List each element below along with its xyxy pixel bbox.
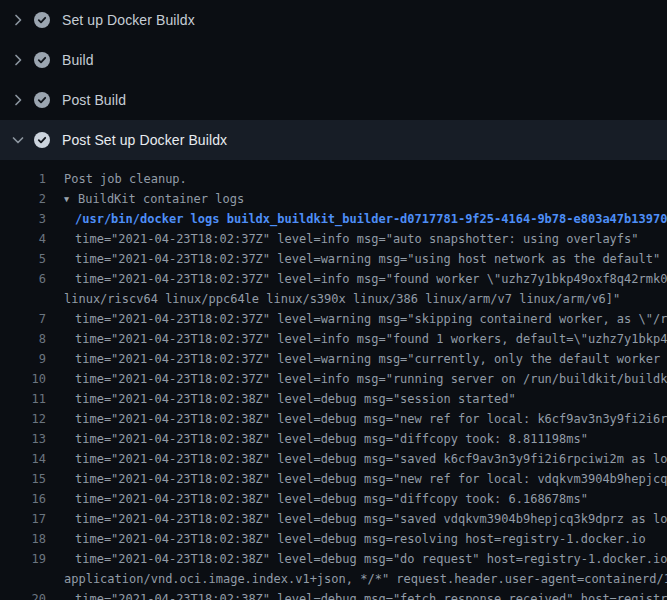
log-line-number[interactable]: 3 — [0, 209, 46, 229]
log-line-number[interactable]: 6 — [0, 269, 46, 289]
log-line-text: /usr/bin/docker logs buildx_buildkit_bui… — [75, 209, 667, 229]
collapse-triangle-icon: ▼ — [64, 189, 78, 209]
log-line-text: time="2021-04-23T18:02:38Z" level=debug … — [75, 489, 588, 509]
log-line: 4 time="2021-04-23T18:02:37Z" level=info… — [0, 229, 667, 249]
log-line-text: linux/riscv64 linux/ppc64le linux/s390x … — [64, 289, 620, 309]
step-title: Post Set up Docker Buildx — [62, 132, 227, 148]
step-title: Post Build — [62, 92, 126, 108]
log-line: 15 time="2021-04-23T18:02:38Z" level=deb… — [0, 469, 667, 489]
log-line-text: time="2021-04-23T18:02:37Z" level=warnin… — [75, 309, 667, 329]
log-line-number[interactable]: 8 — [0, 329, 46, 349]
log-line: 6 time="2021-04-23T18:02:37Z" level=info… — [0, 269, 667, 289]
log-line-number[interactable]: 18 — [0, 529, 46, 549]
log-line-number[interactable] — [0, 569, 46, 589]
log-line-text[interactable]: ▼BuildKit container logs — [64, 189, 244, 209]
log-line: 7 time="2021-04-23T18:02:37Z" level=warn… — [0, 309, 667, 329]
log-line: 12 time="2021-04-23T18:02:38Z" level=deb… — [0, 409, 667, 429]
steps-list: Set up Docker Buildx Build Post Build — [0, 0, 667, 120]
log-text-content: time="2021-04-23T18:02:37Z" level=warnin… — [75, 252, 660, 266]
step-title: Set up Docker Buildx — [62, 12, 195, 28]
step-row[interactable]: Post Build — [0, 80, 667, 120]
log-line: 14 time="2021-04-23T18:02:38Z" level=deb… — [0, 449, 667, 469]
log-text-content: time="2021-04-23T18:02:38Z" level=debug … — [75, 532, 646, 546]
step-row[interactable]: Build — [0, 40, 667, 80]
log-line-number[interactable]: 15 — [0, 469, 46, 489]
log-text-content: time="2021-04-23T18:02:37Z" level=info m… — [75, 372, 667, 386]
log-line-number[interactable]: 5 — [0, 249, 46, 269]
log-text-content: time="2021-04-23T18:02:38Z" level=debug … — [75, 492, 588, 506]
log-text-content: time="2021-04-23T18:02:37Z" level=warnin… — [75, 312, 667, 326]
log-text-content: linux/riscv64 linux/ppc64le linux/s390x … — [64, 292, 620, 306]
chevron-down-icon — [10, 132, 26, 148]
log-text-content: time="2021-04-23T18:02:37Z" level=info m… — [75, 232, 639, 246]
log-line: application/vnd.oci.image.index.v1+json,… — [0, 569, 667, 589]
log-line-text: time="2021-04-23T18:02:38Z" level=debug … — [75, 529, 646, 549]
log-text-content: time="2021-04-23T18:02:38Z" level=debug … — [75, 412, 667, 426]
step-row-expanded[interactable]: Post Set up Docker Buildx — [0, 120, 667, 160]
log-line-number[interactable]: 1 — [0, 169, 46, 189]
log-line: 18 time="2021-04-23T18:02:38Z" level=deb… — [0, 529, 667, 549]
log-text-content: BuildKit container logs — [78, 192, 244, 206]
log-line: 19 time="2021-04-23T18:02:38Z" level=deb… — [0, 549, 667, 569]
log-text-content: time="2021-04-23T18:02:37Z" level=warnin… — [75, 352, 667, 366]
log-line-text: time="2021-04-23T18:02:38Z" level=debug … — [75, 509, 667, 529]
step-title: Build — [62, 52, 94, 68]
log-line-number[interactable] — [0, 289, 46, 309]
log-text-content: time="2021-04-23T18:02:38Z" level=debug … — [75, 592, 667, 600]
log-line-text: time="2021-04-23T18:02:38Z" level=debug … — [75, 409, 667, 429]
log-line-text: time="2021-04-23T18:02:37Z" level=info m… — [75, 329, 667, 349]
log-line: 9 time="2021-04-23T18:02:37Z" level=warn… — [0, 349, 667, 369]
log-line-number[interactable]: 16 — [0, 489, 46, 509]
check-circle-icon — [34, 132, 50, 148]
log-line-text: time="2021-04-23T18:02:37Z" level=info m… — [75, 369, 667, 389]
log-line-text: Post job cleanup. — [64, 169, 187, 189]
log-line-text: time="2021-04-23T18:02:37Z" level=warnin… — [75, 349, 667, 369]
log-line-number[interactable]: 13 — [0, 429, 46, 449]
log-line-text: time="2021-04-23T18:02:37Z" level=info m… — [75, 229, 639, 249]
log-text-content: Post job cleanup. — [64, 172, 187, 186]
log-line: 13 time="2021-04-23T18:02:38Z" level=deb… — [0, 429, 667, 449]
log-line: 1 Post job cleanup. — [0, 169, 667, 189]
log-line-text: time="2021-04-23T18:02:38Z" level=debug … — [75, 429, 588, 449]
log-area: 1 Post job cleanup. 2 ▼BuildKit containe… — [0, 160, 667, 600]
log-line-number[interactable]: 17 — [0, 509, 46, 529]
log-line: 16 time="2021-04-23T18:02:38Z" level=deb… — [0, 489, 667, 509]
log-line-number[interactable]: 20 — [0, 589, 46, 600]
log-text-content: time="2021-04-23T18:02:38Z" level=debug … — [75, 472, 667, 486]
log-line-text: time="2021-04-23T18:02:37Z" level=info m… — [75, 269, 667, 289]
log-text-content: time="2021-04-23T18:02:38Z" level=debug … — [75, 392, 516, 406]
log-line-text: time="2021-04-23T18:02:38Z" level=debug … — [75, 469, 667, 489]
log-line-number[interactable]: 12 — [0, 409, 46, 429]
log-line-text: time="2021-04-23T18:02:38Z" level=debug … — [75, 589, 667, 600]
log-line-number[interactable]: 4 — [0, 229, 46, 249]
log-line-text: time="2021-04-23T18:02:37Z" level=warnin… — [75, 249, 660, 269]
log-line-text: application/vnd.oci.image.index.v1+json,… — [64, 569, 667, 589]
log-line-number[interactable]: 11 — [0, 389, 46, 409]
log-line: 2 ▼BuildKit container logs — [0, 189, 667, 209]
log-line: 10 time="2021-04-23T18:02:37Z" level=inf… — [0, 369, 667, 389]
chevron-right-icon — [10, 52, 26, 68]
log-line: 3 /usr/bin/docker logs buildx_buildkit_b… — [0, 209, 667, 229]
log-line-number[interactable]: 14 — [0, 449, 46, 469]
log-line-text: time="2021-04-23T18:02:38Z" level=debug … — [75, 389, 516, 409]
log-line-number[interactable]: 2 — [0, 189, 46, 209]
log-line: 5 time="2021-04-23T18:02:37Z" level=warn… — [0, 249, 667, 269]
log-line-number[interactable]: 19 — [0, 549, 46, 569]
step-row[interactable]: Set up Docker Buildx — [0, 0, 667, 40]
log-text-content: time="2021-04-23T18:02:38Z" level=debug … — [75, 452, 667, 466]
log-line: 17 time="2021-04-23T18:02:38Z" level=deb… — [0, 509, 667, 529]
log-line: 11 time="2021-04-23T18:02:38Z" level=deb… — [0, 389, 667, 409]
log-text-content: time="2021-04-23T18:02:37Z" level=info m… — [75, 272, 667, 286]
log-line-number[interactable]: 7 — [0, 309, 46, 329]
log-line: linux/riscv64 linux/ppc64le linux/s390x … — [0, 289, 667, 309]
log-text-content: /usr/bin/docker logs buildx_buildkit_bui… — [75, 212, 667, 226]
chevron-right-icon — [10, 12, 26, 28]
log-text-content: time="2021-04-23T18:02:38Z" level=debug … — [75, 512, 667, 526]
log-text-content: time="2021-04-23T18:02:37Z" level=info m… — [75, 332, 667, 346]
log-line-number[interactable]: 9 — [0, 349, 46, 369]
log-text-content: time="2021-04-23T18:02:38Z" level=debug … — [75, 432, 588, 446]
log-line-text: time="2021-04-23T18:02:38Z" level=debug … — [75, 449, 667, 469]
log-text-content: application/vnd.oci.image.index.v1+json,… — [64, 572, 667, 586]
chevron-right-icon — [10, 92, 26, 108]
log-line-number[interactable]: 10 — [0, 369, 46, 389]
